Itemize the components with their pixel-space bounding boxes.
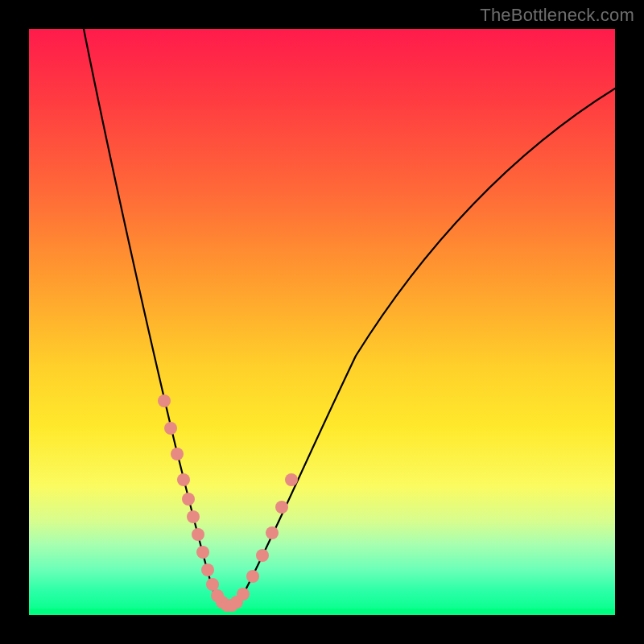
svg-point-16 bbox=[246, 570, 259, 583]
svg-point-6 bbox=[192, 528, 204, 541]
chart-frame: TheBottleneck.com bbox=[0, 0, 644, 644]
plot-area bbox=[29, 29, 615, 615]
svg-point-17 bbox=[256, 549, 269, 562]
svg-point-18 bbox=[266, 526, 279, 539]
svg-point-15 bbox=[237, 588, 250, 601]
svg-point-19 bbox=[275, 501, 288, 514]
svg-point-2 bbox=[171, 448, 184, 460]
svg-point-4 bbox=[182, 493, 195, 506]
svg-point-8 bbox=[201, 564, 214, 576]
highlighted-dots bbox=[158, 394, 298, 612]
bottleneck-curve bbox=[84, 29, 615, 604]
svg-point-5 bbox=[187, 510, 200, 523]
svg-point-3 bbox=[177, 473, 190, 486]
svg-point-20 bbox=[285, 473, 298, 486]
svg-point-0 bbox=[158, 394, 171, 407]
chart-svg bbox=[29, 29, 615, 615]
gradient-base-cap bbox=[29, 609, 615, 615]
svg-point-1 bbox=[164, 422, 177, 435]
watermark-text: TheBottleneck.com bbox=[480, 5, 634, 26]
svg-point-7 bbox=[196, 546, 209, 559]
svg-point-9 bbox=[206, 578, 219, 591]
